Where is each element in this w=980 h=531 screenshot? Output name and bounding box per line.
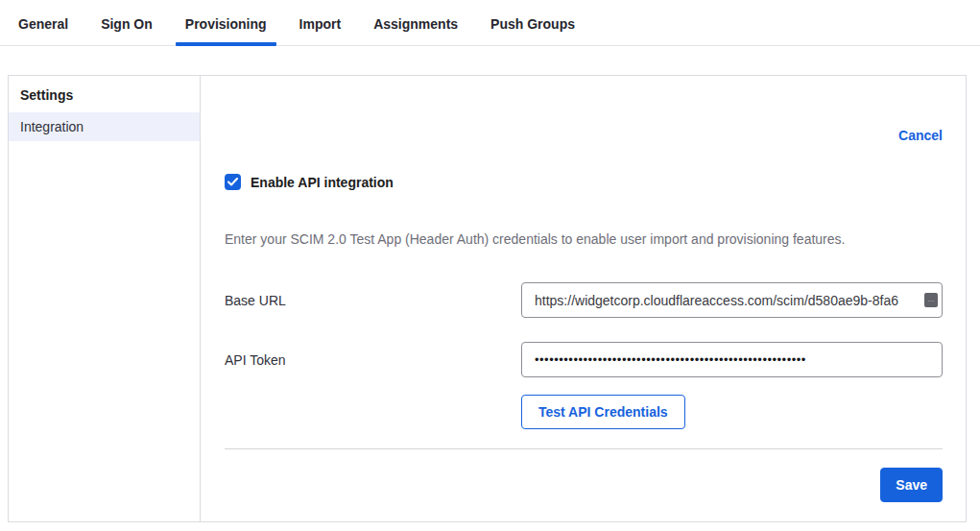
tab-assignments[interactable]: Assignments — [364, 16, 467, 45]
api-token-field-row: API Token — [225, 342, 943, 377]
form-divider — [225, 448, 943, 449]
api-token-input[interactable] — [521, 342, 943, 377]
credentials-description: Enter your SCIM 2.0 Test App (Header Aut… — [225, 231, 943, 247]
enable-api-integration-checkbox[interactable] — [225, 174, 241, 190]
tab-import[interactable]: Import — [290, 16, 351, 45]
tab-sign-on[interactable]: Sign On — [91, 16, 162, 45]
tab-general[interactable]: General — [9, 16, 78, 45]
check-icon — [227, 178, 238, 186]
api-token-label: API Token — [225, 352, 521, 368]
test-api-credentials-button[interactable]: Test API Credentials — [521, 395, 685, 429]
base-url-field-row: Base URL … — [225, 282, 943, 318]
provisioning-panel: Settings Integration Cancel Enable API i… — [8, 75, 967, 522]
base-url-input[interactable] — [521, 282, 943, 318]
sidebar-header: Settings — [9, 76, 200, 112]
base-url-label: Base URL — [225, 293, 521, 308]
save-button[interactable]: Save — [880, 468, 943, 502]
sidebar-item-integration[interactable]: Integration — [9, 112, 200, 141]
cancel-link[interactable]: Cancel — [898, 128, 943, 143]
settings-sidebar: Settings Integration — [9, 76, 201, 521]
tab-push-groups[interactable]: Push Groups — [481, 16, 585, 45]
integration-settings-form: Cancel Enable API integration Enter your… — [201, 76, 966, 521]
tab-provisioning[interactable]: Provisioning — [176, 16, 276, 45]
enable-api-integration-label[interactable]: Enable API integration — [251, 175, 394, 190]
app-tab-bar: General Sign On Provisioning Import Assi… — [0, 0, 980, 46]
